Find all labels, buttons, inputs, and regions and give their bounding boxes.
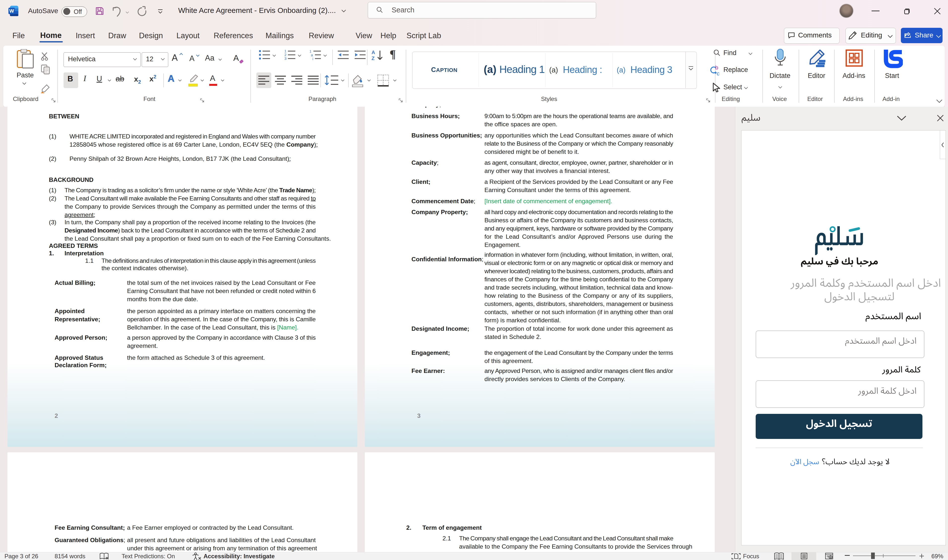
svg-text:3: 3 [285,56,286,60]
svg-text:i: i [312,57,313,61]
svg-text:Z: Z [371,55,374,61]
svg-text:c: c [717,71,719,77]
svg-text:1: 1 [309,49,311,53]
svg-text:A: A [371,50,375,55]
svg-text:a: a [311,53,313,57]
svg-text:W: W [9,8,14,14]
